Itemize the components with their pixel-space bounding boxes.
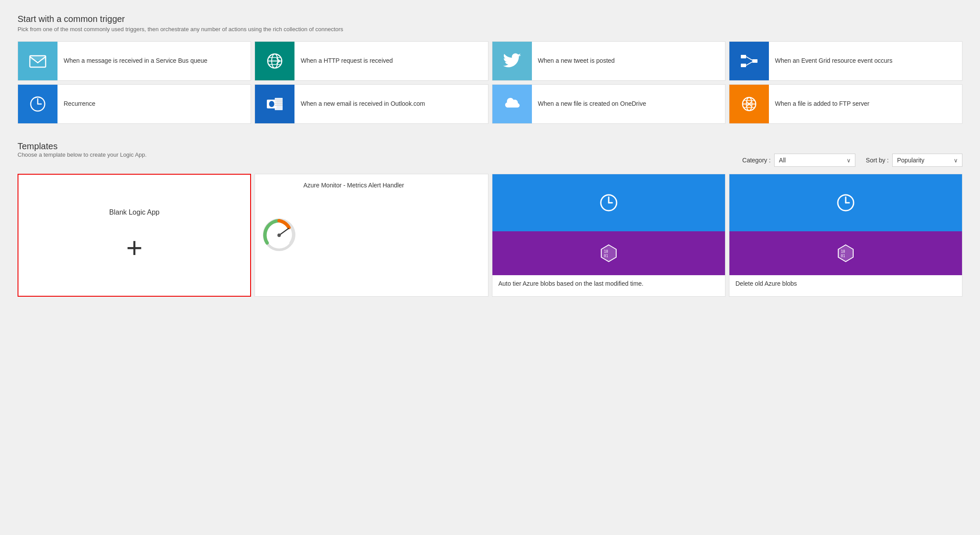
delete-blobs-title: Delete old Azure blobs — [736, 280, 797, 287]
category-label: Category : — [742, 157, 771, 164]
templates-title: Templates — [18, 141, 147, 151]
auto-tier-bottom-icon: 10 01 — [492, 231, 725, 275]
twitter-icon-box — [492, 41, 532, 81]
svg-rect-22 — [275, 103, 283, 104]
ftp-icon — [739, 94, 759, 114]
sort-select-wrapper[interactable]: Popularity Name Date — [892, 154, 962, 167]
onedrive-icon — [503, 94, 522, 114]
svg-text:10: 10 — [841, 250, 845, 254]
svg-text:10: 10 — [604, 250, 608, 254]
onedrive-label: When a new file is created on OneDrive — [532, 96, 653, 112]
trigger-http[interactable]: When a HTTP request is received — [255, 41, 488, 81]
trigger-outlook[interactable]: When a new email is received in Outlook.… — [255, 84, 488, 124]
template-blank-logic-app[interactable]: Blank Logic App + — [18, 174, 251, 297]
recurrence-label: Recurrence — [57, 96, 101, 112]
delete-blobs-bottom-icon: 10 01 — [729, 231, 962, 275]
trigger-recurrence[interactable]: Recurrence — [18, 84, 251, 124]
eventgrid-icon-box — [729, 41, 769, 81]
svg-rect-1 — [30, 56, 46, 60]
svg-rect-10 — [752, 59, 757, 63]
delete-blobs-top-icon — [729, 174, 962, 231]
recurrence-icon — [28, 94, 47, 114]
category-select[interactable]: All Featured AI + Machine Learning Analy… — [774, 154, 855, 167]
plus-icon: + — [126, 234, 142, 262]
svg-text:01: 01 — [604, 254, 608, 258]
outlook-label: When a new email is received in Outlook.… — [294, 96, 431, 112]
http-icon-box — [255, 41, 294, 81]
eventgrid-label: When an Event Grid resource event occurs — [769, 53, 899, 69]
servicebus-label: When a message is received in a Service … — [57, 53, 214, 69]
trigger-ftp[interactable]: When a file is added to FTP server — [729, 84, 962, 124]
sort-select[interactable]: Popularity Name Date — [892, 154, 962, 167]
twitter-label: When a new tweet is posted — [532, 53, 621, 69]
triggers-subtitle: Pick from one of the most commonly used … — [18, 26, 962, 32]
templates-title-block: Templates Choose a template below to cre… — [18, 141, 147, 167]
servicebus-icon-box — [18, 41, 57, 81]
auto-tier-blob-icon: 10 01 — [598, 242, 620, 264]
svg-rect-8 — [741, 55, 746, 58]
svg-rect-9 — [741, 64, 746, 67]
svg-line-11 — [746, 57, 752, 60]
svg-rect-23 — [275, 105, 283, 106]
trigger-twitter[interactable]: When a new tweet is posted — [492, 41, 725, 81]
triggers-section: Start with a common trigger Pick from on… — [18, 14, 962, 124]
templates-grid: Blank Logic App + — [18, 174, 962, 297]
auto-tier-clock-icon — [598, 192, 620, 214]
category-select-wrapper[interactable]: All Featured AI + Machine Learning Analy… — [774, 154, 855, 167]
sort-filter: Sort by : Popularity Name Date — [866, 154, 962, 167]
outlook-icon — [265, 94, 284, 114]
trigger-eventgrid[interactable]: When an Event Grid resource event occurs — [729, 41, 962, 81]
blank-card-title: Blank Logic App — [109, 208, 160, 216]
outlook-icon-box — [255, 84, 294, 124]
recurrence-icon-box — [18, 84, 57, 124]
svg-rect-20 — [275, 100, 283, 101]
delete-blobs-label: Delete old Azure blobs — [729, 275, 962, 296]
delete-blobs-clock-icon — [835, 192, 857, 214]
template-delete-blobs[interactable]: 10 01 Delete old Azure blobs — [729, 174, 962, 297]
svg-point-19 — [269, 101, 274, 107]
delete-blobs-blob-icon: 10 01 — [835, 242, 857, 264]
servicebus-icon — [28, 51, 47, 71]
ftp-icon-box — [729, 84, 769, 124]
template-auto-tier[interactable]: 10 01 Auto tier Azure blobs based on the… — [492, 174, 725, 297]
auto-tier-label: Auto tier Azure blobs based on the last … — [492, 275, 725, 296]
auto-tier-top-icon — [492, 174, 725, 231]
monitor-icon-area — [255, 174, 303, 296]
templates-filters: Category : All Featured AI + Machine Lea… — [742, 154, 962, 167]
svg-line-12 — [746, 62, 752, 65]
twitter-icon — [503, 51, 522, 71]
triggers-grid: When a message is received in a Service … — [18, 41, 962, 124]
http-icon — [265, 51, 284, 71]
monitor-text-area: Azure Monitor - Metrics Alert Handler — [303, 174, 411, 197]
templates-subtitle: Choose a template below to create your L… — [18, 151, 147, 158]
templates-section: Templates Choose a template below to cre… — [18, 141, 962, 297]
onedrive-icon-box — [492, 84, 532, 124]
template-azure-monitor[interactable]: Azure Monitor - Metrics Alert Handler — [255, 174, 488, 297]
triggers-title: Start with a common trigger — [18, 14, 962, 24]
svg-line-30 — [279, 228, 288, 235]
trigger-onedrive[interactable]: When a new file is created on OneDrive — [492, 84, 725, 124]
monitor-card-title: Azure Monitor - Metrics Alert Handler — [303, 182, 404, 189]
http-label: When a HTTP request is received — [294, 53, 399, 69]
svg-text:01: 01 — [841, 254, 845, 258]
svg-point-31 — [277, 233, 281, 237]
svg-rect-21 — [275, 101, 283, 102]
monitor-gauge-icon — [262, 218, 296, 253]
trigger-servicebus[interactable]: When a message is received in a Service … — [18, 41, 251, 81]
eventgrid-icon — [739, 51, 759, 71]
category-filter: Category : All Featured AI + Machine Lea… — [742, 154, 855, 167]
ftp-label: When a file is added to FTP server — [769, 96, 876, 112]
templates-header: Templates Choose a template below to cre… — [18, 141, 962, 167]
auto-tier-title: Auto tier Azure blobs based on the last … — [499, 280, 644, 287]
sort-label: Sort by : — [866, 157, 889, 164]
